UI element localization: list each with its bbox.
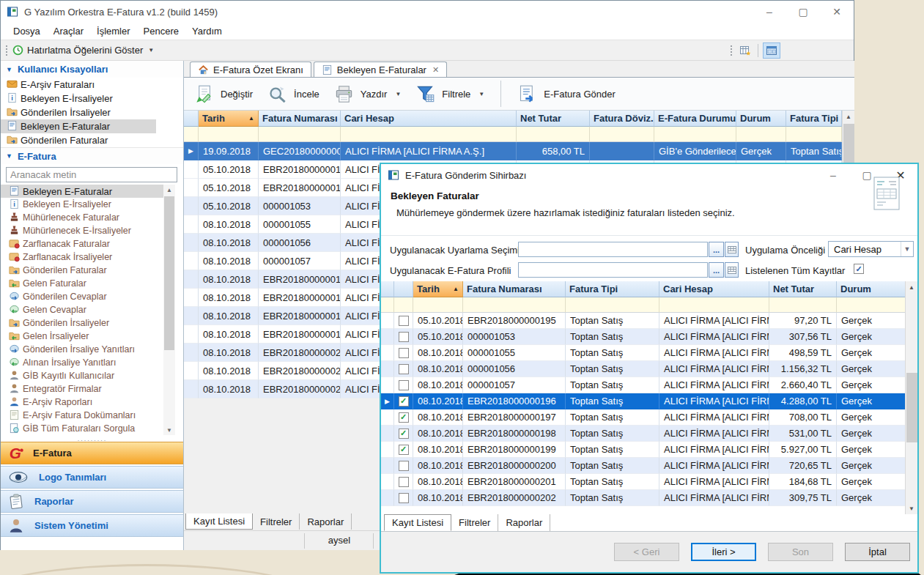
tree-item-muhurlenecek-faturalar[interactable]: Mühürlenecek Faturalar	[1, 211, 163, 224]
table-row[interactable]: 08.10.2018EBR2018000000201Toptan SatışAL…	[381, 474, 917, 490]
reminder-toolbar-label[interactable]: Hatırlatma Öğelerini Göster	[27, 45, 143, 56]
filter-cell[interactable]	[659, 297, 769, 313]
filter-cell[interactable]	[341, 127, 517, 142]
row-checkbox[interactable]: ✓	[399, 429, 409, 439]
bottom-tab-kayit-listesi[interactable]: Kayıt Listesi	[384, 514, 451, 531]
menu-item-pencere[interactable]: Pencere	[137, 26, 185, 37]
sidebar-item-e-arsiv-faturalari[interactable]: E-Arşiv Faturaları	[1, 78, 183, 92]
tree-scrollbar[interactable]: ▲ ▼	[163, 185, 175, 435]
filter-cell[interactable]	[590, 127, 654, 142]
tree-item-entegrator-firmalar[interactable]: Entegratör Firmalar	[1, 382, 163, 396]
panel-splitter[interactable]: .........	[1, 435, 184, 442]
column-header-tarih[interactable]: Tarih▲	[199, 111, 259, 127]
table-row[interactable]: 05.10.2018EBR2018000000195Toptan SatışAL…	[381, 313, 917, 329]
uyarlama-grid-button[interactable]	[725, 242, 739, 257]
filter-cell[interactable]	[654, 127, 736, 142]
tree-item-gonderilen-faturalar[interactable]: Gönderilen Faturalar	[1, 264, 163, 277]
menu-item-dosya[interactable]: Dosya	[7, 26, 47, 37]
column-header-durum[interactable]: Durum	[736, 111, 786, 127]
son-button[interactable]: Son	[768, 543, 833, 561]
column-header-net-tutar[interactable]: Net Tutar	[517, 111, 590, 127]
table-row[interactable]: ✓08.10.2018EBR2018000000197Toptan SatışA…	[381, 409, 917, 426]
chevron-down-icon[interactable]: ▼	[148, 47, 154, 53]
oncelik-select[interactable]: Cari Hesap ▼	[828, 241, 914, 257]
profil-input[interactable]	[518, 262, 708, 278]
filter-cell[interactable]	[463, 297, 566, 313]
degistir-button[interactable]: Değiştir	[187, 81, 260, 107]
tree-item-zarflanacak-faturalar[interactable]: Zarflanacak Faturalar	[1, 237, 163, 251]
row-checkbox[interactable]	[399, 380, 409, 390]
yazdir-button[interactable]: Yazdır▼	[327, 81, 409, 107]
tab-e-fatura-ozet-ekrani[interactable]: E-Fatura Özet Ekranı	[190, 62, 311, 77]
table-row[interactable]: ▶✓08.10.2018EBR2018000000196Toptan Satış…	[381, 393, 917, 409]
table-row[interactable]: ✓08.10.2018EBR2018000000198Toptan SatışA…	[381, 426, 917, 442]
panel-e-fatura[interactable]: GE-Fatura	[1, 442, 183, 464]
table-row[interactable]: ✓08.10.2018EBR2018000000199Toptan SatışA…	[381, 442, 917, 458]
uyarlama-input[interactable]	[518, 242, 708, 257]
chevron-down-icon[interactable]: ▼	[395, 91, 401, 97]
tree-item-gi-b-kayitli-kullanicilar[interactable]: GİB Kayıtlı Kullanıcılar	[1, 369, 163, 382]
bottom-tab-raporlar[interactable]: Raporlar	[498, 514, 550, 531]
filter-cell[interactable]	[517, 127, 590, 142]
bottom-tab-kayit-listesi[interactable]: Kayıt Listesi	[185, 513, 253, 530]
filter-cell[interactable]	[199, 127, 259, 142]
bottom-tab-raporlar[interactable]: Raporlar	[300, 513, 352, 530]
tree-item-e-arsiv-raporlari[interactable]: E-Arşiv Raporları	[1, 396, 163, 409]
maximize-button[interactable]: ▢	[786, 1, 820, 23]
shortcuts-section-header[interactable]: ▼ Kullanıcı Kısayolları	[1, 61, 183, 78]
tree-item-gi-b-tum-faturalari-sorgula[interactable]: GİB Tüm Faturaları Sorgula	[1, 422, 163, 435]
row-checkbox[interactable]	[399, 477, 409, 487]
column-header-fatura-numarasi[interactable]: Fatura Numarası	[259, 111, 341, 127]
tree-item-gelen-cevaplar[interactable]: Gelen Cevaplar	[1, 303, 163, 316]
tree-item-e-arsiv-fatura-dokumanlari[interactable]: E-Arşiv Fatura Dokümanları	[1, 409, 163, 422]
panel-logo-tanimlari[interactable]: Logo Tanımları	[1, 466, 183, 489]
menu-item-yardim[interactable]: Yardım	[185, 26, 229, 37]
table-add-button[interactable]	[737, 43, 753, 58]
filtrele-button[interactable]: Filtrele▼	[408, 81, 492, 107]
geri-button[interactable]: < Geri	[614, 543, 679, 561]
menu-item-araclar[interactable]: Araçlar	[47, 26, 90, 37]
row-checkbox[interactable]	[399, 461, 409, 471]
tree-item-gonderilen-i-rsaliyeler[interactable]: Gönderilen İrsaliyeler	[1, 316, 163, 330]
scroll-up-icon[interactable]: ▲	[163, 185, 175, 195]
tree-item-bekleyen-e-faturalar[interactable]: Bekleyen E-Faturalar	[1, 185, 163, 198]
tab-close-icon[interactable]: ✕	[432, 65, 439, 75]
bottom-tab-filtreler[interactable]: Filtreler	[451, 514, 498, 531]
chevron-down-icon[interactable]: ▼	[478, 91, 484, 97]
filter-cell[interactable]	[769, 297, 837, 313]
column-header-cari-hesap[interactable]: Cari Hesap	[659, 281, 769, 297]
sidebar-item-bekleyen-e-faturalar[interactable]: Bekleyen E-Faturalar	[1, 119, 156, 133]
column-header-fatura-tipi[interactable]: Fatura Tipi	[786, 111, 842, 127]
profil-grid-button[interactable]	[725, 262, 739, 278]
search-input[interactable]	[6, 167, 177, 182]
menu-item-i-slemler[interactable]: İşlemler	[90, 26, 137, 37]
sidebar-item-bekleyen-e-i-rsaliyeler[interactable]: iBekleyen E-İrsaliyeler	[1, 92, 183, 105]
table-row[interactable]: 08.10.2018000001056Toptan SatışALICI FİR…	[381, 361, 917, 377]
filter-cell[interactable]	[566, 297, 659, 313]
row-checkbox[interactable]: ✓	[399, 396, 409, 407]
row-checkbox[interactable]: ✓	[399, 412, 409, 423]
table-row[interactable]: ▶19.09.2018GEC2018000000001ALICI FİRMA […	[184, 142, 842, 160]
listele-checkbox[interactable]: ✓	[854, 264, 864, 274]
column-header-tarih[interactable]: Tarih▲	[413, 281, 463, 297]
scrollbar-thumb[interactable]	[906, 373, 917, 442]
i-leri-button[interactable]: İleri >	[691, 543, 756, 561]
close-button[interactable]: ✕	[820, 1, 854, 23]
tree-item-gonderilen-i-rsaliye-yanitlari[interactable]: Gönderilen İrsaliye Yanıtları	[1, 343, 163, 356]
filter-cell[interactable]	[259, 127, 341, 142]
tree-item-zarflanacak-i-rsaliyeler[interactable]: Zarflanacak İrsaliyeler	[1, 251, 163, 264]
tree-item-gelen-faturalar[interactable]: Gelen Faturalar	[1, 277, 163, 290]
table-row[interactable]: 08.10.2018000001057Toptan SatışALICI FİR…	[381, 377, 917, 393]
efatura-section-header[interactable]: ▼ E-Fatura	[1, 147, 183, 164]
sidebar-item-gonderilen-faturalar[interactable]: Gönderilen Faturalar	[1, 133, 183, 147]
panel-sistem-yonetimi[interactable]: Sistem Yönetimi	[1, 514, 183, 537]
scroll-down-icon[interactable]: ▼	[906, 502, 917, 514]
sidebar-item-gonderilen-i-rsaliyeler[interactable]: Gönderilen İrsaliyeler	[1, 105, 183, 119]
minimize-button[interactable]: –	[753, 1, 786, 23]
i-ncele-button[interactable]: İncele	[260, 81, 327, 107]
row-checkbox[interactable]	[399, 316, 409, 326]
column-header-fatura-tipi[interactable]: Fatura Tipi	[566, 281, 659, 297]
tree-item-bekleyen-e-i-rsaliyeler[interactable]: iBekleyen E-İrsaliyeler	[1, 198, 163, 211]
row-checkbox[interactable]	[399, 332, 409, 342]
column-header-fatura-doviz[interactable]: Fatura Döviz..	[590, 111, 654, 127]
